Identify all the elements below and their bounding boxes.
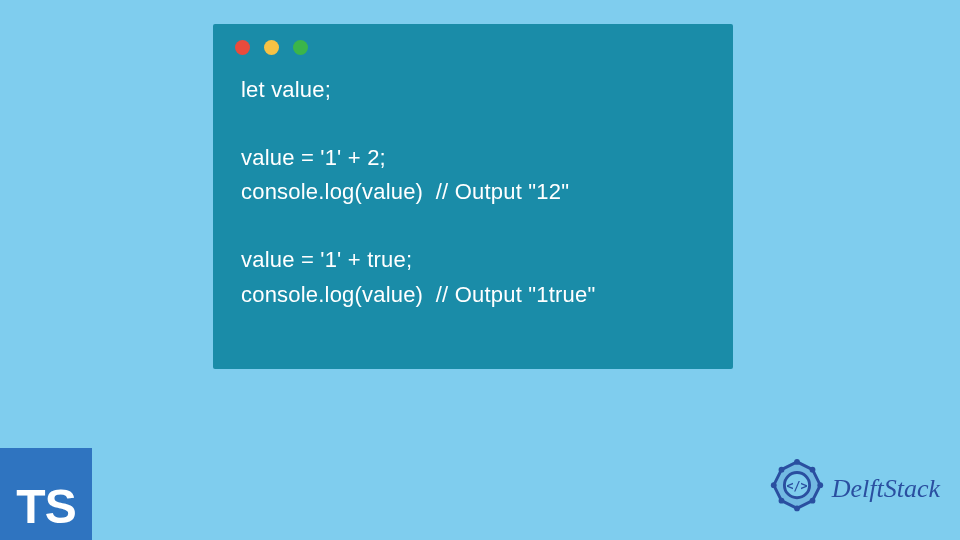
delftstack-label: DelftStack	[832, 474, 940, 504]
svg-point-8	[794, 505, 800, 511]
traffic-light-green	[293, 40, 308, 55]
svg-point-11	[778, 467, 784, 473]
svg-text:</>: </>	[786, 479, 807, 493]
svg-point-6	[817, 482, 823, 488]
svg-point-10	[771, 482, 777, 488]
svg-point-5	[809, 467, 815, 473]
delftstack-logo-icon: </>	[766, 458, 828, 520]
svg-point-9	[778, 498, 784, 504]
traffic-lights	[213, 24, 733, 55]
delftstack-brand: </> DelftStack	[766, 458, 940, 520]
typescript-badge: TS	[0, 448, 92, 540]
traffic-light-red	[235, 40, 250, 55]
typescript-label: TS	[16, 479, 75, 534]
svg-point-4	[794, 459, 800, 465]
svg-point-7	[809, 498, 815, 504]
code-content: let value; value = '1' + 2; console.log(…	[213, 55, 733, 312]
traffic-light-yellow	[264, 40, 279, 55]
code-window: let value; value = '1' + 2; console.log(…	[213, 24, 733, 369]
